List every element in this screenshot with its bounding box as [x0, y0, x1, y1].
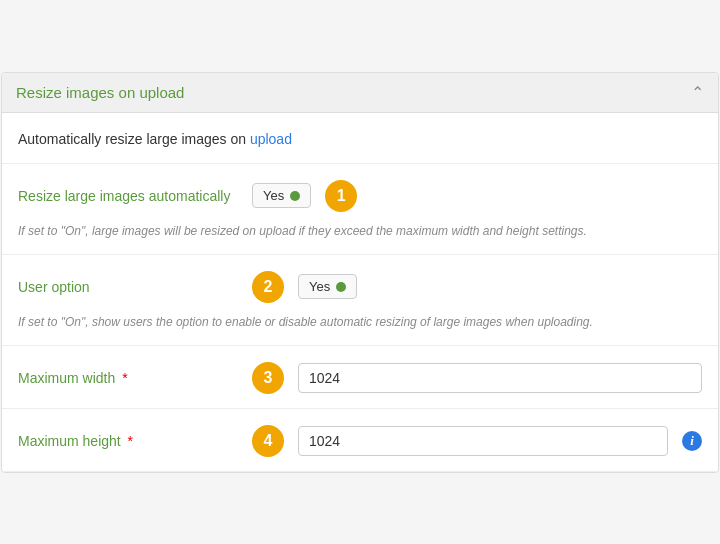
resize-auto-row: Resize large images automatically Yes 1 — [18, 180, 702, 212]
required-star-width: * — [122, 370, 127, 386]
resize-auto-toggle-value: Yes — [263, 188, 284, 203]
user-option-label: User option — [18, 279, 238, 295]
user-option-toggle-value: Yes — [309, 279, 330, 294]
user-option-toggle-dot — [336, 282, 346, 292]
section-max-height: Maximum height * 4 i — [2, 409, 718, 472]
resize-auto-toggle-dot — [290, 191, 300, 201]
resize-images-panel: Resize images on upload ⌃ Automatically … — [1, 72, 719, 473]
section-max-width: Maximum width * 3 — [2, 346, 718, 409]
resize-auto-hint: If set to "On", large images will be res… — [18, 222, 702, 240]
resize-auto-label: Resize large images automatically — [18, 188, 238, 204]
user-option-hint: If set to "On", show users the option to… — [18, 313, 702, 331]
user-option-row: User option 2 Yes — [18, 271, 702, 303]
step-badge-4: 4 — [252, 425, 284, 457]
required-star-height: * — [128, 433, 133, 449]
user-option-toggle[interactable]: Yes — [298, 274, 357, 299]
max-height-label: Maximum height * — [18, 433, 238, 449]
section-user-option: User option 2 Yes If set to "On", show u… — [2, 255, 718, 346]
upload-link[interactable]: upload — [250, 131, 292, 147]
step-badge-2: 2 — [252, 271, 284, 303]
panel-intro: Automatically resize large images on upl… — [2, 113, 718, 164]
max-height-row: Maximum height * 4 i — [18, 425, 702, 457]
max-width-label: Maximum width * — [18, 370, 238, 386]
section-resize-auto: Resize large images automatically Yes 1 … — [2, 164, 718, 255]
max-width-input[interactable] — [298, 363, 702, 393]
info-icon[interactable]: i — [682, 431, 702, 451]
panel-header: Resize images on upload ⌃ — [2, 73, 718, 113]
step-badge-3: 3 — [252, 362, 284, 394]
step-badge-1: 1 — [325, 180, 357, 212]
collapse-icon[interactable]: ⌃ — [691, 83, 704, 102]
max-height-input[interactable] — [298, 426, 668, 456]
max-width-row: Maximum width * 3 — [18, 362, 702, 394]
panel-title: Resize images on upload — [16, 84, 184, 101]
resize-auto-toggle[interactable]: Yes — [252, 183, 311, 208]
